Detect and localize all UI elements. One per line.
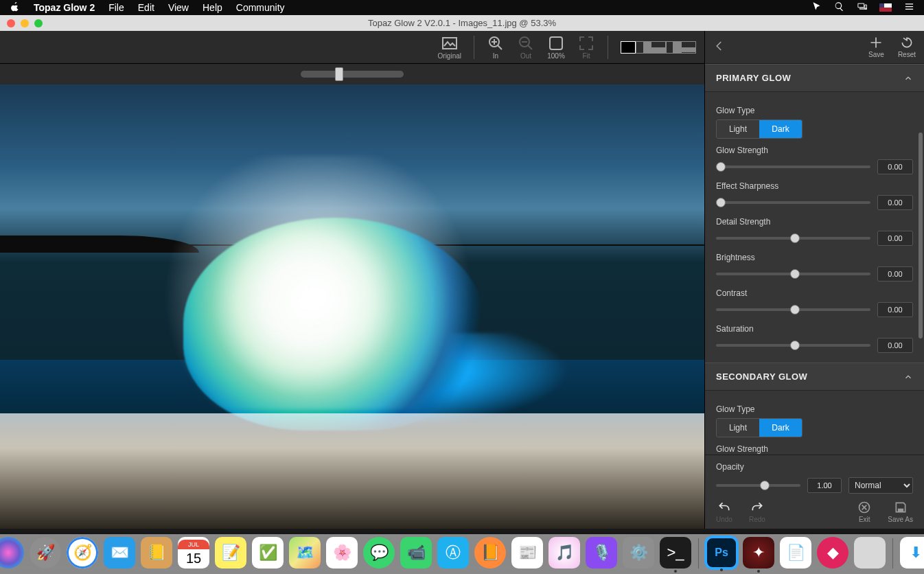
dock-app-red[interactable]: ✦ [743,537,774,569]
view-mode-single[interactable] [621,41,636,54]
primary-slider[interactable] [716,201,870,204]
primary-slider-value[interactable]: 0.00 [877,195,913,210]
reset-button[interactable]: Reset [898,36,916,58]
dock-calendar[interactable]: JUL15 [178,537,209,569]
primary-glowtype-dark[interactable]: Dark [759,120,802,138]
dock-maps[interactable]: 🗺️ [289,537,321,569]
primary-slider[interactable] [716,308,870,311]
primary-slider-value[interactable]: 0.00 [877,266,913,282]
secondary-slider-label: Glow Strength [716,444,913,454]
view-mode-split-v[interactable] [636,41,651,54]
opacity-slider[interactable] [716,484,800,487]
svg-rect-3 [550,37,562,49]
opacity-slider-thumb[interactable] [760,481,770,490]
dock-notes[interactable]: 📝 [215,537,246,569]
original-button[interactable]: Original [434,34,465,61]
undo-button[interactable]: Undo [716,501,732,523]
dock-launchpad[interactable]: 🚀 [30,537,61,569]
primary-slider[interactable] [716,344,870,347]
exit-button[interactable]: Exit [857,501,871,523]
blend-mode-select[interactable]: Normal [848,477,913,494]
menubar-item-view[interactable]: View [168,2,189,13]
dock-siri[interactable] [0,537,24,569]
dock-photoshop[interactable]: Ps [706,537,737,569]
dock-messages[interactable]: 💬 [363,537,395,569]
section-primary-glow[interactable]: PRIMARY GLOW [705,64,924,92]
primary-slider-label: Brightness [716,253,913,262]
dock-photos[interactable]: 🌸 [326,537,358,569]
zoom-slider-thumb[interactable] [335,67,343,81]
primary-slider-value[interactable]: 0.00 [877,159,913,174]
primary-slider[interactable] [716,165,870,168]
main-toolbar: Original In Out 100% Fit [0,31,704,64]
primary-slider-value[interactable]: 0.00 [877,231,913,246]
dock-reminders[interactable]: ✅ [252,537,284,569]
dock-sysprefs[interactable]: ⚙️ [623,537,654,569]
view-mode-stack[interactable] [681,41,696,54]
opacity-value[interactable]: 1.00 [807,478,842,493]
zoom-in-button[interactable]: In [483,34,509,61]
svg-rect-5 [897,509,903,512]
primary-slider-thumb[interactable] [716,198,726,207]
saveas-button[interactable]: Save As [888,501,913,523]
menubar-item-community[interactable]: Community [236,2,285,13]
cursor-icon[interactable] [811,1,822,14]
notification-center-icon[interactable] [904,1,914,14]
dock-podcasts[interactable]: 🎙️ [586,537,617,569]
window-zoom-button[interactable] [34,19,43,27]
zoom-slider[interactable] [301,71,404,78]
primary-glowtype-light[interactable]: Light [717,120,759,138]
redo-button[interactable]: Redo [749,501,765,523]
original-label: Original [438,52,461,60]
primary-slider-thumb[interactable] [790,233,800,243]
zoom-100-button[interactable]: 100% [543,34,569,61]
apple-icon[interactable] [10,1,20,14]
input-source-icon[interactable] [879,3,892,12]
secondary-glowtype-dark[interactable]: Dark [759,419,802,437]
dock-books[interactable]: 📙 [474,537,506,569]
dock-news[interactable]: 📰 [511,537,543,569]
dock-app-ruby[interactable]: ◆ [817,537,848,569]
dock-downloads[interactable]: ⬇︎ [900,537,924,569]
zoom-in-label: In [493,52,498,60]
dock-contacts[interactable]: 📒 [141,537,172,569]
menubar-item-help[interactable]: Help [203,2,222,13]
dock-appstore[interactable]: Ⓐ [437,537,469,569]
dock-facetime[interactable]: 📹 [400,537,432,569]
dock-textedit[interactable]: 📄 [780,537,811,569]
menubar-item-edit[interactable]: Edit [138,2,154,13]
secondary-glow-body: Glow Type Light Dark Glow Strength0.00Ef… [705,391,924,455]
separator [474,36,474,59]
zoom-out-button[interactable]: Out [513,34,539,61]
view-mode-split-h[interactable] [651,41,666,54]
redo-label: Redo [749,516,765,523]
primary-slider-thumb[interactable] [716,162,726,172]
panel-scrollbar[interactable] [919,133,923,338]
save-label: Save [868,51,884,58]
adjustments-panel: Save Reset PRIMARY GLOW Glow Type Light … [704,31,924,529]
dock-terminal[interactable]: >_ [660,537,691,569]
secondary-glowtype-light[interactable]: Light [717,419,759,437]
window-minimize-button[interactable] [21,19,29,27]
save-preset-button[interactable]: Save [868,36,884,58]
dock-app-missing[interactable] [854,537,886,569]
primary-slider-thumb[interactable] [790,341,800,350]
window-close-button[interactable] [7,19,15,27]
primary-slider-value[interactable]: 0.00 [877,302,913,317]
primary-slider[interactable] [716,237,870,240]
primary-slider-thumb[interactable] [790,269,800,279]
image-preview[interactable] [0,84,704,529]
dock-itunes[interactable]: 🎵 [548,537,580,569]
dock-mail[interactable]: ✉️ [104,537,135,569]
view-mode-side-by-side[interactable] [666,41,681,54]
primary-slider[interactable] [716,273,870,275]
primary-slider-thumb[interactable] [790,305,800,314]
screen-mirror-icon[interactable] [857,1,867,14]
primary-slider-value[interactable]: 0.00 [877,338,913,353]
menubar-item-file[interactable]: File [108,2,124,13]
back-button[interactable] [713,40,726,54]
zoom-fit-button[interactable]: Fit [573,34,599,61]
dock-safari[interactable]: 🧭 [67,537,98,569]
spotlight-icon[interactable] [834,1,844,14]
section-secondary-glow[interactable]: SECONDARY GLOW [705,363,924,391]
